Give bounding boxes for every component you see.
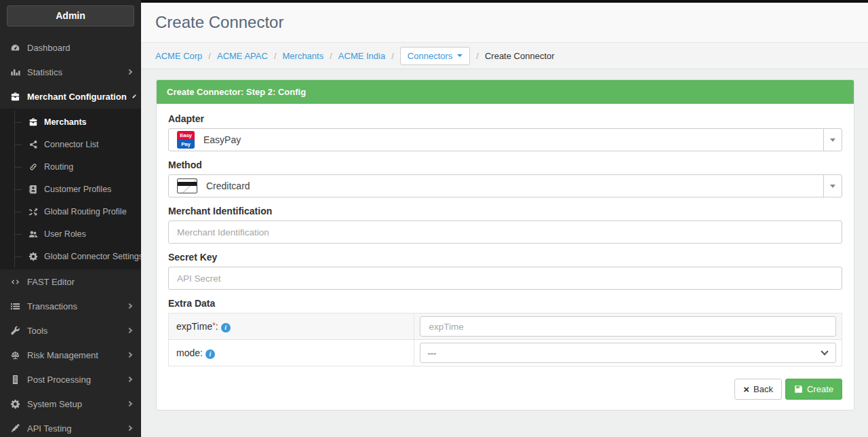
sidebar-item-label: Routing <box>44 162 73 172</box>
adapter-label: Adapter <box>168 113 842 124</box>
secret-key-label: Secret Key <box>168 252 842 263</box>
chevron-right-icon <box>127 401 132 406</box>
sidebar-item-api-testing[interactable]: API Testing <box>0 416 141 437</box>
scale-icon <box>9 350 20 360</box>
sidebar-item-tools[interactable]: Tools <box>0 318 141 343</box>
sidebar-item-merchant-configuration[interactable]: Merchant Configuration <box>0 84 141 109</box>
breadcrumb-link-merchants[interactable]: Merchants <box>283 51 324 61</box>
sidebar-item-merchants[interactable]: Merchants <box>0 111 141 133</box>
code-icon <box>9 277 20 287</box>
sidebar-item-user-roles[interactable]: User Roles <box>0 223 141 245</box>
exptime-row-label: expTime*: <box>169 314 414 340</box>
caret-down-icon <box>830 185 835 188</box>
connectors-dropdown-button[interactable]: Connectors <box>400 47 470 65</box>
sidebar-item-transactions[interactable]: Transactions <box>0 294 141 318</box>
sidebar-item-label: Merchants <box>44 117 87 127</box>
chevron-right-icon <box>127 352 132 358</box>
list-icon <box>9 301 20 311</box>
extra-data-label: Extra Data <box>168 298 842 309</box>
sidebar-item-label: Statistics <box>27 67 62 77</box>
caret-down-icon <box>830 138 835 142</box>
sidebar-item-customer-profiles[interactable]: Customer Profiles <box>0 178 141 200</box>
panel-body: Adapter Easy Pay EasyPay Method <box>157 104 854 410</box>
merchant-identification-group: Merchant Identification <box>168 206 842 244</box>
shuffle-icon <box>28 207 38 216</box>
create-button-label: Create <box>807 384 833 394</box>
breadcrumb-current: Create Connector <box>485 51 555 61</box>
sidebar-item-global-routing-profile[interactable]: Global Routing Profile <box>0 200 141 223</box>
adapter-group: Adapter Easy Pay EasyPay <box>168 113 842 151</box>
breadcrumb-separator: / <box>208 51 211 61</box>
breadcrumb-separator: / <box>391 51 394 61</box>
create-connector-panel: Create Connector: Step 2: Config Adapter… <box>156 79 854 411</box>
sidebar-item-connector-list[interactable]: Connector List <box>0 133 141 155</box>
sidebar-item-label: System Setup <box>27 399 82 409</box>
breadcrumb-link-acme-india[interactable]: ACME India <box>338 51 385 61</box>
syringe-icon <box>9 423 20 434</box>
sidebar-item-risk-management[interactable]: Risk Management <box>0 343 141 367</box>
secret-key-input[interactable] <box>168 267 842 290</box>
secret-key-group: Secret Key <box>168 252 842 290</box>
exptime-input[interactable] <box>420 316 836 337</box>
link-icon <box>28 162 38 172</box>
dropdown-arrow-button[interactable] <box>823 175 842 197</box>
sidebar-item-label: Risk Management <box>27 350 98 360</box>
merchant-configuration-submenu: Merchants Connector List Routing Custome… <box>0 109 141 269</box>
tasks-icon <box>9 375 20 385</box>
merchant-identification-label: Merchant Identification <box>168 206 842 216</box>
save-icon <box>794 385 803 394</box>
adapter-select[interactable]: Easy Pay EasyPay <box>168 128 842 151</box>
sidebar-item-statistics[interactable]: Statistics <box>0 60 141 84</box>
adapter-selected-option: Easy Pay EasyPay <box>169 131 241 149</box>
mode-select[interactable]: --- <box>420 343 836 363</box>
sidebar-item-dashboard[interactable]: Dashboard <box>0 35 141 60</box>
briefcase-icon <box>28 117 38 127</box>
bar-chart-icon <box>9 67 20 77</box>
exptime-value-cell <box>414 314 842 340</box>
back-button[interactable]: × Back <box>734 379 782 400</box>
method-select[interactable]: Creditcard <box>168 174 842 197</box>
field-name: mode <box>176 347 200 358</box>
brand-admin[interactable]: Admin <box>7 5 134 26</box>
info-icon[interactable] <box>221 323 231 332</box>
sidebar-item-system-setup[interactable]: System Setup <box>0 392 141 416</box>
breadcrumb-separator: / <box>274 51 277 61</box>
method-group: Method Creditcard <box>168 159 842 197</box>
connectors-dropdown-label: Connectors <box>408 51 452 61</box>
gear-icon <box>28 252 38 261</box>
dropdown-arrow-button[interactable] <box>823 129 842 151</box>
create-button[interactable]: Create <box>785 379 842 400</box>
close-icon: × <box>743 384 749 394</box>
sidebar-item-fast-editor[interactable]: FAST Editor <box>0 269 141 294</box>
content-area: Create Connector: Step 2: Config Adapter… <box>141 69 868 437</box>
users-icon <box>28 229 38 239</box>
mode-row-label: mode: <box>169 340 414 366</box>
chevron-right-icon <box>127 303 132 309</box>
chevron-right-icon <box>127 328 132 333</box>
main-area: Create Connector ACME Corp / ACME APAC /… <box>141 0 868 437</box>
sidebar-item-post-processing[interactable]: Post Processing <box>0 367 141 392</box>
field-name: expTime <box>176 321 212 332</box>
gauge-icon <box>9 43 20 53</box>
breadcrumb-link-acme-apac[interactable]: ACME APAC <box>217 51 268 61</box>
breadcrumb-link-acme-corp[interactable]: ACME Corp <box>155 51 202 61</box>
wrench-icon <box>9 326 20 336</box>
sidebar-item-label: Connector List <box>44 140 99 149</box>
sidebar-item-label: API Testing <box>27 423 72 434</box>
chevron-right-icon <box>127 377 132 382</box>
breadcrumb-separator: / <box>330 51 332 61</box>
caret-down-icon <box>457 54 462 57</box>
colon: : <box>200 347 203 358</box>
sidebar-item-global-connector-settings[interactable]: Global Connector Settings <box>0 245 141 267</box>
sidebar-item-label: Customer Profiles <box>44 185 111 194</box>
extra-data-table: expTime*: mode: <box>168 313 842 366</box>
sidebar-item-routing[interactable]: Routing <box>0 155 141 178</box>
creditcard-icon <box>177 178 197 193</box>
sidebar-item-label: Dashboard <box>27 43 71 53</box>
sidebar-item-label: Merchant Configuration <box>27 92 127 102</box>
sidebar-item-label: Transactions <box>27 301 77 311</box>
page-title: Create Connector <box>155 13 854 32</box>
info-icon[interactable] <box>205 349 215 359</box>
chevron-right-icon <box>127 425 132 431</box>
merchant-identification-input[interactable] <box>168 221 842 244</box>
